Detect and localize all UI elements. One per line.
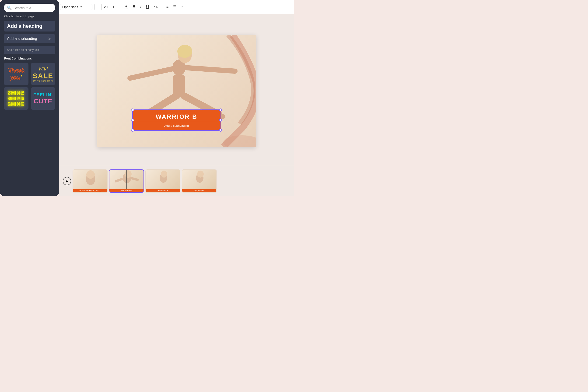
combo-wildsale[interactable]: Wild SALE UP TO 50% OFF! — [31, 63, 56, 85]
decrease-font-size-button[interactable]: − — [94, 4, 101, 10]
orange-banner[interactable]: WARRIOR B Add a subheading — [132, 110, 221, 131]
font-name-label: Open sans — [62, 5, 78, 9]
feelin-text: FEELIN' — [33, 92, 53, 98]
timeline-slide-3[interactable]: WARRIOR A — [145, 170, 180, 193]
separator — [120, 4, 120, 10]
combo-thankyou[interactable]: Thank you ! — [4, 63, 28, 85]
search-bar[interactable]: 🔍 — [4, 4, 55, 12]
body-style-item[interactable]: Add a little bit of body text — [4, 46, 55, 54]
svg-line-4 — [130, 69, 172, 78]
thumb-label-3: WARRIOR A — [146, 189, 180, 192]
you-text: you — [10, 74, 20, 80]
heading-style-item[interactable]: Add a heading — [4, 21, 55, 32]
font-size-control: − 20 + — [94, 4, 117, 10]
svg-point-20 — [197, 170, 204, 178]
handle-ml[interactable] — [131, 119, 134, 122]
font-size-value: 20 — [101, 4, 110, 10]
italic-button[interactable]: I — [139, 4, 143, 10]
play-button[interactable]: ▶ — [63, 177, 71, 185]
handle-bl[interactable] — [131, 129, 134, 132]
combo-shine[interactable]: SHINE SHINE SHINE — [4, 87, 28, 110]
thumb-yoga-1 — [73, 170, 108, 188]
play-icon: ▶ — [66, 179, 68, 183]
timeline: ▶ BEGINNER YOGA POSES — [59, 166, 294, 196]
combo-feelin[interactable]: FEELIN' CUTE — [31, 87, 56, 110]
font-combos-label: Font Combinations — [4, 57, 55, 60]
bold-button[interactable]: B — [131, 4, 137, 10]
underline-button[interactable]: U — [145, 4, 150, 10]
thumb-label-1: BEGINNER YOGA POSES — [73, 189, 107, 192]
svg-line-16 — [131, 178, 138, 180]
thumb-label-4: WARRIOR A — [182, 189, 216, 192]
svg-line-5 — [186, 68, 235, 71]
cute-text: CUTE — [34, 98, 52, 105]
svg-point-12 — [86, 170, 95, 179]
handle-mr[interactable] — [219, 119, 222, 122]
wild-text: Wild — [38, 66, 48, 72]
shine-text-3: SHINE — [8, 101, 24, 107]
thumb-yoga-3 — [146, 170, 180, 188]
thumb-yoga-4 — [182, 170, 217, 188]
subheading-style-item[interactable]: Add a subheading ☞ — [4, 34, 55, 43]
svg-line-15 — [115, 179, 123, 182]
align-button[interactable]: ≡ — [165, 4, 170, 10]
svg-point-3 — [177, 45, 192, 58]
top-toolbar: Open sans ▼ − 20 + A B I U aA ≡ ☰ ↕ — [56, 0, 294, 14]
svg-point-14 — [124, 170, 132, 178]
timeline-slide-4[interactable]: WARRIOR A — [182, 170, 217, 193]
font-selector[interactable]: Open sans ▼ — [60, 4, 92, 10]
banner-title: WARRIOR B — [138, 113, 216, 120]
upto-text: UP TO 50% OFF! — [33, 80, 53, 82]
font-combos-grid: Thank you ! Wild SALE UP TO 50% OFF! SHI… — [4, 63, 55, 110]
search-input[interactable] — [14, 6, 52, 10]
increase-font-size-button[interactable]: + — [110, 4, 117, 10]
timeline-scroll: BEGINNER YOGA POSES WARRIOR B — [72, 170, 290, 193]
canvas-container: WARRIOR B Add a subheading — [59, 0, 294, 166]
sale-text: SALE — [33, 72, 53, 80]
line-spacing-button[interactable]: ↕ — [180, 4, 184, 10]
handle-tl[interactable] — [131, 108, 134, 111]
banner-subheading[interactable]: Add a subheading — [138, 122, 216, 128]
svg-point-18 — [161, 170, 167, 178]
case-button[interactable]: aA — [152, 4, 159, 10]
sidebar: 🔍 Click text to add to page Add a headin… — [0, 0, 59, 196]
chevron-down-icon: ▼ — [80, 6, 82, 8]
search-icon: 🔍 — [7, 6, 12, 10]
click-hint-label: Click text to add to page — [4, 15, 55, 18]
thumb-label-2: WARRIOR B — [110, 189, 144, 192]
text-color-button[interactable]: A — [123, 3, 129, 10]
cursor-icon: ☞ — [47, 36, 51, 41]
separator-2 — [162, 4, 162, 10]
main-area: WARRIOR B Add a subheading ▶ BEGINNER YO… — [59, 0, 294, 196]
canvas-slide[interactable]: WARRIOR B Add a subheading — [97, 35, 256, 147]
shine-text-1: SHINE — [8, 90, 24, 96]
handle-br[interactable] — [219, 129, 222, 132]
shine-text-2: SHINE — [8, 96, 24, 101]
thank-text: Thank — [8, 67, 24, 74]
list-button[interactable]: ☰ — [172, 4, 178, 10]
timeline-slide-1[interactable]: BEGINNER YOGA POSES — [72, 170, 108, 193]
thumb-divider — [126, 170, 127, 192]
excl-text: ! — [20, 74, 22, 81]
timeline-slide-2[interactable]: WARRIOR B — [109, 170, 144, 193]
handle-tr[interactable] — [219, 108, 222, 111]
